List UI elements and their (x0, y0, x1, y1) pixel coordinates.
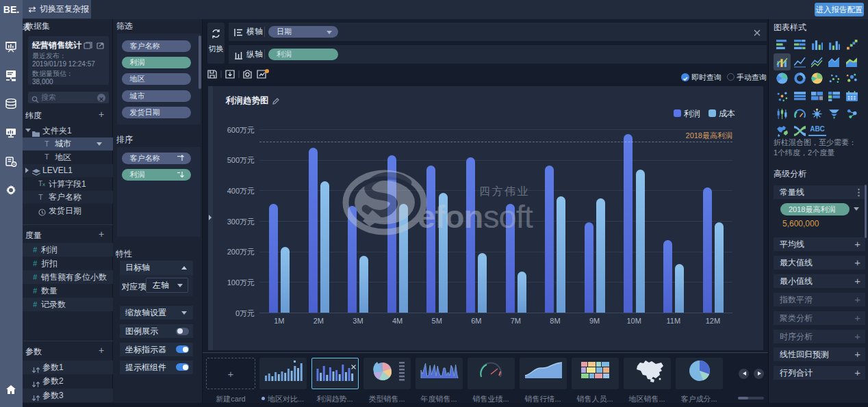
svg-text:soft: soft (483, 198, 533, 235)
svg-text:efon: efon (418, 198, 483, 235)
svg-text:四方伟业: 四方伟业 (479, 185, 530, 197)
